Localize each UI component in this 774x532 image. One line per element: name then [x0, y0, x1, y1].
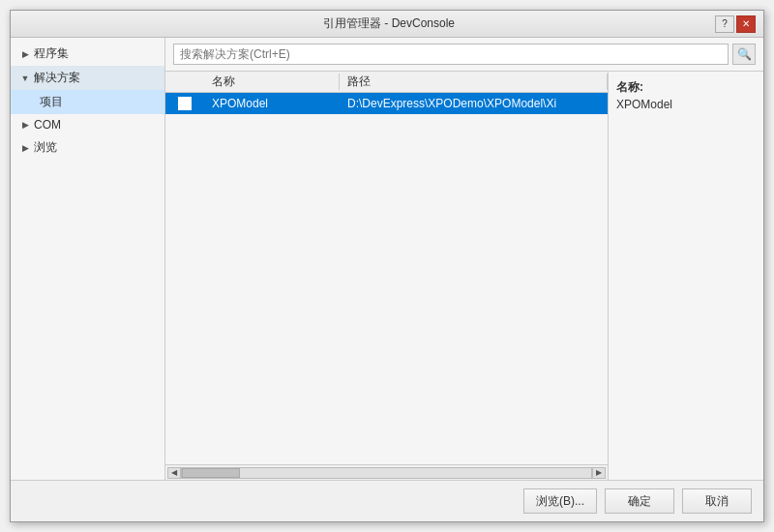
reference-manager-dialog: 引用管理器 - DevConsole ? ✕ 程序集 解决方案 项目	[10, 10, 764, 522]
help-button[interactable]: ?	[715, 15, 734, 33]
sidebar-item-com[interactable]: COM	[11, 114, 164, 135]
row-name: XPOModel	[204, 97, 340, 110]
row-checkbox[interactable]: ✓	[165, 97, 204, 110]
detail-name-label: 名称:	[616, 79, 756, 96]
col-header-name: 名称	[204, 74, 340, 90]
sidebar-arrow-com	[18, 118, 32, 132]
sidebar-item-assemblies[interactable]: 程序集	[11, 42, 164, 66]
confirm-button[interactable]: 确定	[605, 488, 674, 514]
sidebar: 程序集 解决方案 项目 COM 浏览	[11, 38, 165, 480]
scrollbar-area: ◀ ▶	[165, 464, 608, 480]
close-button[interactable]: ✕	[736, 15, 756, 33]
window-title: 引用管理器 - DevConsole	[63, 15, 715, 32]
sidebar-label-assemblies: 程序集	[34, 45, 69, 62]
sidebar-label-solution: 解决方案	[34, 70, 80, 86]
horizontal-scrollbar[interactable]	[181, 467, 592, 479]
table-header: 名称 路径	[165, 72, 608, 93]
sidebar-label-project: 项目	[40, 95, 63, 108]
detail-name-value: XPOModel	[616, 98, 756, 111]
title-bar: 引用管理器 - DevConsole ? ✕	[11, 11, 763, 38]
sidebar-item-solution[interactable]: 解决方案	[11, 66, 164, 90]
table-scroll[interactable]: ✓ XPOModel D:\DevExpress\XPODemo\XPOMode…	[165, 93, 608, 464]
search-bar: 🔍	[165, 38, 763, 72]
sidebar-arrow-assemblies	[18, 47, 32, 61]
detail-panel: 名称: XPOModel	[609, 72, 763, 480]
sidebar-arrow-solution	[18, 72, 32, 85]
search-icon: 🔍	[737, 47, 752, 61]
col-header-path: 路径	[340, 74, 608, 90]
scroll-right-button[interactable]: ▶	[592, 467, 606, 479]
table-area: 名称 路径 ✓ XPOModel D:\DevExpress\XPODemo\X…	[165, 72, 609, 480]
search-input[interactable]	[173, 44, 729, 65]
dialog-body: 程序集 解决方案 项目 COM 浏览	[11, 38, 763, 480]
footer: 浏览(B)... 确定 取消	[11, 480, 763, 521]
sidebar-label-com: COM	[34, 118, 61, 132]
scroll-left-button[interactable]: ◀	[167, 467, 181, 479]
main-area: 🔍 名称 路径	[165, 38, 763, 480]
scrollbar-thumb[interactable]	[182, 468, 240, 478]
checkbox-checked-icon: ✓	[178, 97, 192, 110]
sidebar-arrow-browse	[18, 141, 32, 155]
content-area: 名称 路径 ✓ XPOModel D:\DevExpress\XPODemo\X…	[165, 72, 763, 480]
sidebar-item-browse[interactable]: 浏览	[11, 135, 164, 160]
sidebar-item-project[interactable]: 项目	[11, 90, 164, 114]
search-button[interactable]: 🔍	[732, 44, 756, 65]
title-bar-buttons: ? ✕	[715, 15, 756, 33]
browse-button[interactable]: 浏览(B)...	[523, 488, 597, 514]
cancel-button[interactable]: 取消	[682, 488, 752, 514]
table-row[interactable]: ✓ XPOModel D:\DevExpress\XPODemo\XPOMode…	[165, 93, 608, 114]
sidebar-label-browse: 浏览	[34, 139, 57, 156]
row-path: D:\DevExpress\XPODemo\XPOModel\Xi	[340, 97, 608, 110]
